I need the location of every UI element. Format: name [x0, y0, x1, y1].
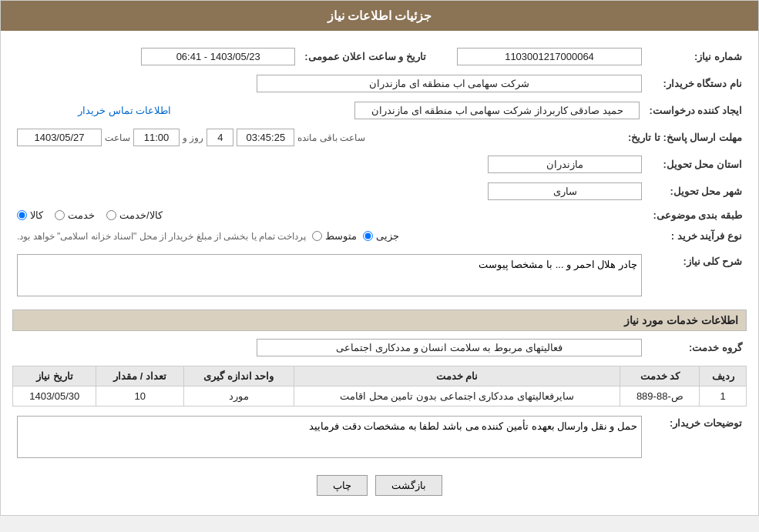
- category-kala-khedmat-label: کالا/خدمت: [119, 209, 163, 221]
- category-kala-radio[interactable]: [17, 210, 27, 220]
- col-name: نام خدمت: [294, 366, 620, 386]
- process-label: نوع فرآیند خرید :: [646, 227, 747, 245]
- table-row: 1ص-88-889سایرفعالیتهای مددکاری اجتماعی ب…: [13, 386, 747, 407]
- description-textarea[interactable]: چادر هلال احمر و ... با مشخصا پیوست: [17, 254, 642, 296]
- province-label: استان محل تحویل:: [646, 152, 747, 176]
- table-cell: 1: [700, 386, 747, 407]
- deadline-time-label: ساعت: [105, 132, 130, 143]
- service-group-value: فعالیتهای مربوط به سلامت انسان و مددکاری…: [257, 339, 642, 356]
- category-kala-khedmat-item: کالا/خدمت: [106, 209, 163, 221]
- remaining-label: ساعت باقی مانده: [297, 132, 365, 143]
- category-khedmat-label: خدمت: [68, 209, 95, 221]
- category-kala-khedmat-radio[interactable]: [106, 210, 116, 220]
- remaining-time: 03:45:25: [237, 129, 294, 146]
- deadline-label: مهلت ارسال پاسخ: تا تاریخ:: [623, 125, 747, 149]
- service-group-label: گروه خدمت:: [646, 336, 747, 360]
- process-motavaset-radio[interactable]: [312, 231, 322, 241]
- button-row: چاپ بازگشت: [12, 463, 747, 507]
- process-note: پرداخت تمام یا بخشی از مبلغ خریدار از مح…: [17, 231, 306, 242]
- table-cell: ص-88-889: [620, 386, 700, 407]
- col-unit: واحد اندازه گیری: [183, 366, 294, 386]
- creator-label: ایجاد کننده درخواست:: [644, 99, 747, 122]
- deadline-day-label: روز و: [183, 132, 203, 143]
- category-kala-label: کالا: [30, 209, 43, 221]
- deadline-date: 1403/05/27: [17, 129, 102, 146]
- creator-value: حمید صادقی کاربرداز شرکت سهامی اب منطقه …: [354, 102, 640, 119]
- category-khedmat-radio[interactable]: [55, 210, 65, 220]
- need-number-value: 1103001217000064: [457, 48, 642, 65]
- services-section-title: اطلاعات خدمات مورد نیاز: [12, 309, 747, 331]
- announce-date-value: 1403/05/23 - 06:41: [141, 48, 295, 65]
- city-label: شهر محل تحویل:: [646, 179, 747, 203]
- category-kala-item: کالا: [17, 209, 43, 221]
- process-jozei-radio[interactable]: [363, 231, 373, 241]
- buyer-desc-textarea[interactable]: حمل و نقل وارسال بعهده تأمین کننده می با…: [17, 416, 642, 458]
- buyer-org-label: نام دستگاه خریدار:: [646, 72, 747, 95]
- description-label: شرح کلی نیاز:: [646, 251, 747, 302]
- print-button[interactable]: چاپ: [317, 475, 368, 496]
- table-cell: مورد: [183, 386, 294, 407]
- buyer-org-value: شرکت سهامی اب منطقه ای مازندران: [257, 75, 642, 92]
- page-header: جزئیات اطلاعات نیاز: [1, 1, 758, 31]
- col-date: تاریخ نیاز: [13, 366, 96, 386]
- announce-date-label: تاریخ و ساعت اعلان عمومی:: [300, 45, 431, 69]
- col-code: کد خدمت: [620, 366, 700, 386]
- category-khedmat-item: خدمت: [55, 209, 95, 221]
- table-cell: 10: [96, 386, 183, 407]
- buyer-desc-label: توضیحات خریدار:: [646, 413, 747, 463]
- col-quantity: تعداد / مقدار: [96, 366, 183, 386]
- deadline-day: 4: [207, 129, 233, 146]
- col-row: ردیف: [700, 366, 747, 386]
- process-motavaset-label: متوسط: [325, 230, 357, 242]
- table-cell: 1403/05/30: [13, 386, 96, 407]
- page-title: جزئیات اطلاعات نیاز: [327, 9, 432, 22]
- province-value: مازندران: [488, 156, 642, 173]
- deadline-time: 11:00: [133, 129, 180, 146]
- process-jozei-item: جزیی: [363, 230, 399, 242]
- contact-link[interactable]: اطلاعات تماس خریدار: [78, 105, 171, 116]
- back-button[interactable]: بازگشت: [375, 475, 442, 496]
- category-label: طبقه بندی موضوعی:: [646, 206, 747, 224]
- process-motavaset-item: متوسط: [312, 230, 357, 242]
- city-value: ساری: [488, 182, 642, 200]
- table-cell: سایرفعالیتهای مددکاری اجتماعی بدون تامین…: [294, 386, 620, 407]
- need-number-label: شماره نیاز:: [646, 45, 747, 69]
- process-jozei-label: جزیی: [376, 230, 399, 242]
